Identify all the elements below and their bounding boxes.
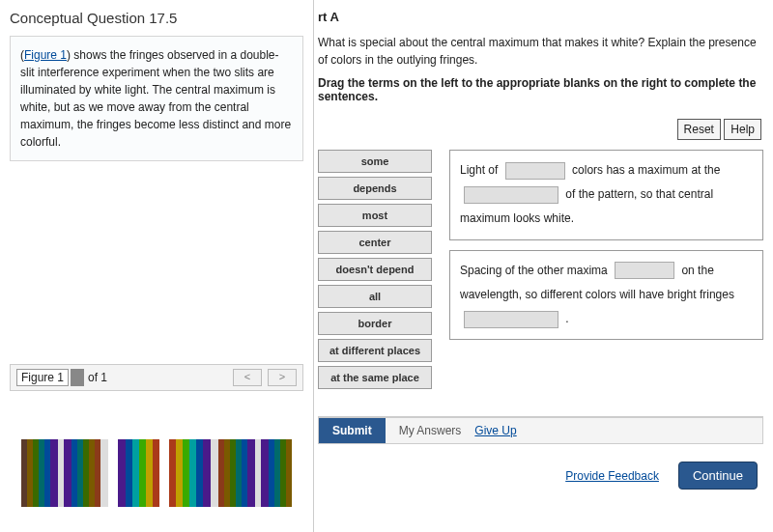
toolbar: Reset Help xyxy=(318,119,763,140)
figure-next-button[interactable]: > xyxy=(268,369,297,386)
term-at-the-same-place[interactable]: at the same place xyxy=(318,366,432,389)
figure-toolbar: Figure 1 of 1 < > xyxy=(10,364,303,391)
term-depends[interactable]: depends xyxy=(318,177,432,200)
term-list: some depends most center doesn't depend … xyxy=(318,150,432,389)
submit-button[interactable]: Submit xyxy=(319,418,386,443)
term-most[interactable]: most xyxy=(318,204,432,227)
text: Light of xyxy=(460,163,498,177)
figure-stepper[interactable] xyxy=(71,369,84,386)
term-doesnt-depend[interactable]: doesn't depend xyxy=(318,258,432,281)
reset-button[interactable]: Reset xyxy=(677,119,721,140)
page-title: Conceptual Question 17.5 xyxy=(10,10,303,26)
my-answers-link[interactable]: My Answers xyxy=(399,424,462,437)
action-bar: Submit My Answers Give Up Provide Feedba… xyxy=(318,416,763,490)
text: Spacing of the other maxima xyxy=(460,264,608,277)
term-some[interactable]: some xyxy=(318,150,432,173)
give-up-link[interactable]: Give Up xyxy=(474,424,516,437)
figure-select[interactable]: Figure 1 xyxy=(16,369,69,386)
figure-prev-button[interactable]: < xyxy=(233,369,262,386)
figure-of-label: of 1 xyxy=(88,371,107,384)
intro-text: ) shows the fringes observed in a double… xyxy=(20,48,291,149)
question-text: What is special about the central maximu… xyxy=(318,34,763,69)
blank-2[interactable] xyxy=(464,186,558,204)
term-border[interactable]: border xyxy=(318,312,432,335)
intro-box: (Figure 1) shows the fringes observed in… xyxy=(10,36,303,161)
blank-1[interactable] xyxy=(505,162,565,180)
sentence-1: Light of colors has a maximum at the of … xyxy=(449,150,763,240)
blank-3[interactable] xyxy=(615,262,674,279)
part-heading: rt A xyxy=(318,10,763,24)
instruction-text: Drag the terms on the left to the approp… xyxy=(318,76,763,103)
term-at-different-places[interactable]: at different places xyxy=(318,339,432,362)
drag-workspace: some depends most center doesn't depend … xyxy=(318,150,763,389)
help-button[interactable]: Help xyxy=(724,119,761,140)
blank-4[interactable] xyxy=(464,311,558,328)
term-center[interactable]: center xyxy=(318,231,432,254)
text: colors has a maximum at the xyxy=(572,163,720,177)
sentence-area: Light of colors has a maximum at the of … xyxy=(449,150,763,389)
text: . xyxy=(565,312,568,325)
term-all[interactable]: all xyxy=(318,285,432,308)
figure-link[interactable]: Figure 1 xyxy=(24,48,67,62)
continue-button[interactable]: Continue xyxy=(678,462,758,490)
sentence-2: Spacing of the other maxima on the wavel… xyxy=(449,250,763,341)
provide-feedback-link[interactable]: Provide Feedback xyxy=(565,469,659,483)
figure-image xyxy=(21,439,292,507)
